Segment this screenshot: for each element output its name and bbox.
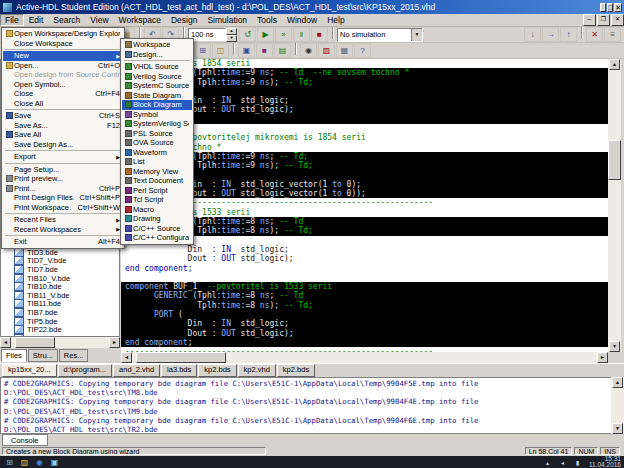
mdi-restore-button[interactable]: ❐ xyxy=(597,14,610,26)
doc-tab-kp2-vhd[interactable]: kp2.vhd xyxy=(238,364,276,377)
menu-design[interactable]: Design xyxy=(166,14,202,26)
scroll-track[interactable] xyxy=(132,352,597,363)
trace-into-icon[interactable]: ↓ xyxy=(524,27,541,42)
tree-item[interactable]: TIP22.bde xyxy=(1,325,119,334)
new-waveform-icon[interactable]: ⊞ xyxy=(194,43,211,58)
scroll-up-icon[interactable]: ▲ xyxy=(612,377,623,388)
sidebar-tab-files[interactable]: Files xyxy=(1,349,27,362)
spin-down-icon[interactable]: ▼ xyxy=(226,35,237,42)
menu-item-symbol[interactable]: Symbol xyxy=(122,110,192,120)
tray-volume-icon[interactable]: ◂ xyxy=(556,457,569,467)
minimize-button[interactable]: _ xyxy=(600,3,606,12)
menu-item-memory-view[interactable]: Memory View xyxy=(122,167,192,177)
trace-out-icon[interactable]: ↑ xyxy=(560,27,577,42)
tray-network-icon[interactable]: ▮ xyxy=(571,457,584,467)
doc-tab-kp2-bds[interactable]: kp2.bds xyxy=(198,364,236,377)
scroll-left-icon[interactable]: ◄ xyxy=(121,352,132,363)
chevron-down-icon[interactable]: ▼ xyxy=(411,29,422,41)
menu-item-text-document[interactable]: Text Document xyxy=(122,176,192,186)
menu-item-waveform[interactable]: Waveform xyxy=(122,148,192,158)
menu-item-systemverilog-source[interactable]: SystemVerilog Source xyxy=(122,119,192,129)
menu-file[interactable]: File xyxy=(0,14,24,26)
hdl-editor[interactable]: --povtoritel is 1854 serii GENERIC (Tphl… xyxy=(121,59,608,352)
scroll-up-icon[interactable]: ▲ xyxy=(609,59,620,70)
bookmark-icon[interactable]: ▨ xyxy=(318,43,335,58)
run-simulation-icon[interactable]: ▶ xyxy=(257,27,274,42)
scroll-thumb[interactable] xyxy=(136,352,226,363)
state-diagram-tool-icon[interactable]: ■ xyxy=(256,43,273,58)
editor-vertical-scrollbar[interactable]: ▲ ▼ xyxy=(608,59,621,352)
close-button[interactable]: ✕ xyxy=(614,3,622,12)
menu-item-new[interactable]: New▶ xyxy=(3,51,123,61)
scroll-thumb[interactable] xyxy=(15,337,55,348)
find-icon[interactable]: ◉ xyxy=(300,43,317,58)
sidebar-tab-stru[interactable]: Stru... xyxy=(28,349,58,362)
hdl-editor-icon[interactable]: ▤ xyxy=(274,43,291,58)
scroll-down-icon[interactable]: ▼ xyxy=(612,423,623,434)
tree-item[interactable]: TIP5.bde xyxy=(1,317,119,326)
scroll-thumb[interactable] xyxy=(608,140,621,180)
taskbar-explorer-icon[interactable]: ▨ xyxy=(18,457,31,467)
tree-item[interactable]: TIB10_V.bde xyxy=(1,274,119,283)
open-design-icon[interactable]: ◫ xyxy=(212,43,229,58)
options-icon[interactable]: ▦ xyxy=(336,43,353,58)
breakpoint-icon[interactable]: ✕ xyxy=(586,27,603,42)
scroll-down-icon[interactable]: ▼ xyxy=(609,341,620,352)
menu-item-verilog-source[interactable]: Verilog Source xyxy=(122,72,192,82)
menu-item-ova-source[interactable]: OVA Source xyxy=(122,138,192,148)
sidebar-horizontal-scrollbar[interactable]: ◄ ► xyxy=(0,337,120,348)
menu-view[interactable]: View xyxy=(85,14,113,26)
mdi-minimize-button[interactable]: ─ xyxy=(583,14,596,26)
scroll-track[interactable] xyxy=(11,337,109,348)
help-tool-icon[interactable]: ? xyxy=(354,43,371,58)
menu-item-recent-workspaces[interactable]: Recent Workspaces▶ xyxy=(3,225,123,235)
restart-simulation-icon[interactable]: ↺ xyxy=(239,27,256,42)
doc-tab-and-2-vhd[interactable]: and_2.vhd xyxy=(113,364,160,377)
menu-item-print-preview[interactable]: Print preview... xyxy=(3,174,123,184)
menu-item-print[interactable]: Print...Ctrl+P xyxy=(3,184,123,194)
simulation-status-combo[interactable]: No simulation ▼ xyxy=(337,28,423,42)
menu-item-save[interactable]: SaveCtrl+S xyxy=(3,111,123,121)
menu-simulation[interactable]: Simulation xyxy=(202,14,252,26)
menu-item-psl-source[interactable]: PSL Source xyxy=(122,129,192,139)
scroll-left-icon[interactable]: ◄ xyxy=(0,337,11,348)
log-icon[interactable]: ≡ xyxy=(604,27,621,42)
menu-item-macro[interactable]: Macro xyxy=(122,205,192,215)
tree-item[interactable]: TID7.bde xyxy=(1,265,119,274)
tree-item[interactable]: TIB10.bde xyxy=(1,282,119,291)
doc-tab-kp15xx-20[interactable]: kp15xx_20... xyxy=(2,364,57,377)
tray-arrow-icon[interactable]: ▴ xyxy=(541,457,554,467)
spin-up-icon[interactable]: ▲ xyxy=(226,28,237,35)
menu-item-open[interactable]: Open...Ctrl+O xyxy=(3,61,123,71)
tree-item[interactable]: TID7_V.bde xyxy=(1,257,119,266)
menu-tools[interactable]: Tools xyxy=(252,14,282,26)
block-diagram-tool-icon[interactable]: ▣ xyxy=(238,43,255,58)
menu-item-state-diagram[interactable]: State Diagram xyxy=(122,91,192,101)
menu-item-list[interactable]: List xyxy=(122,157,192,167)
menu-item-vhdl-source[interactable]: VHDL Source xyxy=(122,62,192,72)
sidebar-tab-res[interactable]: Res... xyxy=(59,349,89,362)
maximize-button[interactable]: □ xyxy=(607,3,613,12)
scroll-right-icon[interactable]: ► xyxy=(109,337,120,348)
tree-item[interactable]: TIB7.bde xyxy=(1,308,119,317)
menu-item-close-workspace[interactable]: Close Workspace xyxy=(3,39,123,49)
menu-item-systemc-source[interactable]: SystemC Source xyxy=(122,81,192,91)
menu-item-open-symbol[interactable]: Open Symbol... xyxy=(3,80,123,90)
menu-item-export[interactable]: Export▶ xyxy=(3,152,123,162)
menu-item-recent-files[interactable]: Recent Files▶ xyxy=(3,215,123,225)
menu-item-tcl-script[interactable]: Tcl Script xyxy=(122,195,192,205)
scroll-right-icon[interactable]: ► xyxy=(597,352,608,363)
tree-item[interactable]: TID3.bde xyxy=(1,248,119,257)
menu-item-print-design-files[interactable]: Print Design Files...Ctrl+Shift+P xyxy=(3,193,123,203)
menu-edit[interactable]: Edit xyxy=(24,14,49,26)
menu-item-c-c-configuration[interactable]: C/C++ Configuration xyxy=(122,233,192,243)
menu-item-page-setup[interactable]: Page Setup... xyxy=(3,165,123,175)
menu-item-save-all[interactable]: Save All xyxy=(3,130,123,140)
tree-item[interactable]: TIB11_V.bde xyxy=(1,291,119,300)
menu-workspace[interactable]: Workspace xyxy=(114,14,166,26)
menu-item-save-as[interactable]: Save As...F12 xyxy=(3,121,123,131)
doc-tab-kp2-bds[interactable]: kp2.bds xyxy=(277,364,315,377)
menu-item-exit[interactable]: ExitAlt+F4 xyxy=(3,237,123,247)
menu-item-workspace[interactable]: Workspace xyxy=(122,40,192,50)
stop-simulation-icon[interactable]: ■ xyxy=(311,27,328,42)
